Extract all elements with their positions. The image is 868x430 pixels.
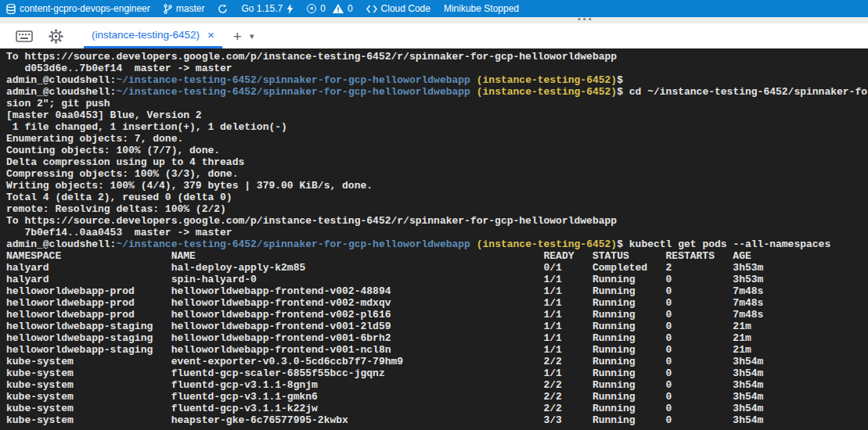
terminal-line: kube-system fluentd-gcp-scaler-6855f55bc… [6, 367, 868, 379]
terminal-line: [master 0aa0453] Blue, Version 2 [6, 109, 868, 121]
database-icon [6, 4, 16, 14]
terminal-line: kube-system event-exporter-v0.3.0-5cd6cc… [6, 356, 868, 367]
close-tab-icon[interactable]: × [207, 29, 214, 41]
terminal-line: kube-system fluentd-gcp-v3.1.1-k22jw 2/2… [6, 403, 868, 414]
terminal-line: helloworldwebapp-prod helloworldwebapp-f… [6, 309, 868, 321]
terminal-line: helloworldwebapp-staging helloworldwebap… [6, 332, 868, 344]
terminal-line: kube-system fluentd-gcp-v3.1.1-gmkn6 2/2… [6, 391, 868, 403]
terminal-tab-label: (instance-testing-6452) [92, 29, 200, 41]
terminal-tab[interactable]: (instance-testing-6452) × [84, 23, 222, 48]
error-count: 0 [320, 3, 326, 14]
new-terminal-button[interactable]: + [233, 29, 242, 44]
git-branch-indicator[interactable]: master [164, 3, 205, 14]
keyboard-icon[interactable] [16, 30, 33, 42]
go-version-indicator[interactable]: Go 1.15.7 [241, 3, 294, 14]
refresh-icon [218, 4, 228, 14]
terminal-line: Delta compression using up to 4 threads [6, 156, 868, 168]
terminal-line: NAMESPACE NAME READY STATUS RESTARTS AGE [6, 250, 868, 262]
problems-indicator[interactable]: × 0 0 [307, 3, 352, 14]
terminal-line: helloworldwebapp-prod helloworldwebapp-f… [6, 285, 868, 297]
terminal-line: helloworldwebapp-staging helloworldwebap… [6, 321, 868, 332]
terminal-line: Total 4 (delta 2), reused 0 (delta 0) [6, 192, 868, 203]
terminal-output[interactable]: To https://source.developers.google.com/… [0, 48, 868, 430]
terminal-line: Counting objects: 100% (7/7), done. [6, 145, 868, 156]
terminal-line: helloworldwebapp-staging helloworldwebap… [6, 344, 868, 356]
terminal-line: admin_@cloudshell:~/instance-testing-645… [6, 238, 868, 250]
chevron-down-icon[interactable]: ▾ [250, 31, 254, 41]
terminal-line: Compressing objects: 100% (3/3), done. [6, 168, 868, 180]
terminal-line: sion 2"; git push [6, 98, 868, 109]
cloud-code-indicator[interactable]: Cloud Code [366, 3, 430, 14]
panel-resize-handle[interactable]: ••• [578, 14, 594, 23]
terminal-line: To https://source.developers.google.com/… [6, 215, 868, 227]
terminal-line: 1 file changed, 1 insertion(+), 1 deleti… [6, 121, 868, 133]
go-version-label: Go 1.15.7 [241, 3, 283, 14]
error-icon: × [307, 4, 316, 13]
status-bar: content-gcpro-devops-engineer master Go … [0, 0, 868, 17]
project-indicator[interactable]: content-gcpro-devops-engineer [6, 3, 150, 14]
terminal-line: remote: Resolving deltas: 100% (2/2) [6, 203, 868, 215]
lightning-icon [286, 4, 294, 14]
warning-icon [333, 4, 344, 13]
project-name: content-gcpro-devops-engineer [20, 3, 150, 14]
cloud-code-label: Cloud Code [381, 3, 430, 14]
terminal-tab-bar: (instance-testing-6452) × + ▾ [0, 23, 868, 48]
branch-name: master [176, 3, 205, 14]
terminal-line: admin_@cloudshell:~/instance-testing-645… [6, 86, 868, 98]
terminal-line: To https://source.developers.google.com/… [6, 51, 868, 63]
terminal-line: Writing objects: 100% (4/4), 379 bytes |… [6, 180, 868, 192]
terminal-line: helloworldwebapp-prod helloworldwebapp-f… [6, 297, 868, 309]
minikube-status-label: Minikube Stopped [444, 3, 519, 14]
terminal-line: kube-system heapster-gke-6c76577995-2kwb… [6, 414, 868, 426]
code-brackets-icon [366, 5, 377, 13]
terminal-line: d053d6e..7b0ef14 master -> master [6, 63, 868, 74]
terminal-line: 7b0ef14..0aa0453 master -> master [6, 227, 868, 238]
terminal-line: Enumerating objects: 7, done. [6, 133, 868, 145]
minikube-status[interactable]: Minikube Stopped [444, 3, 519, 14]
terminal-line: admin_@cloudshell:~/instance-testing-645… [6, 74, 868, 86]
panel-splitter: ••• [0, 17, 868, 23]
git-branch-icon [164, 4, 172, 14]
sync-button[interactable] [218, 4, 228, 14]
terminal-line: kube-system fluentd-gcp-v3.1.1-8gnjm 2/2… [6, 379, 868, 391]
terminal-line: halyard spin-halyard-0 1/1 Running 0 3h5… [6, 274, 868, 285]
terminal-line: halyard hal-deploy-apply-k2m85 0/1 Compl… [6, 262, 868, 274]
gear-icon[interactable] [49, 29, 63, 44]
warning-count: 0 [348, 3, 353, 14]
